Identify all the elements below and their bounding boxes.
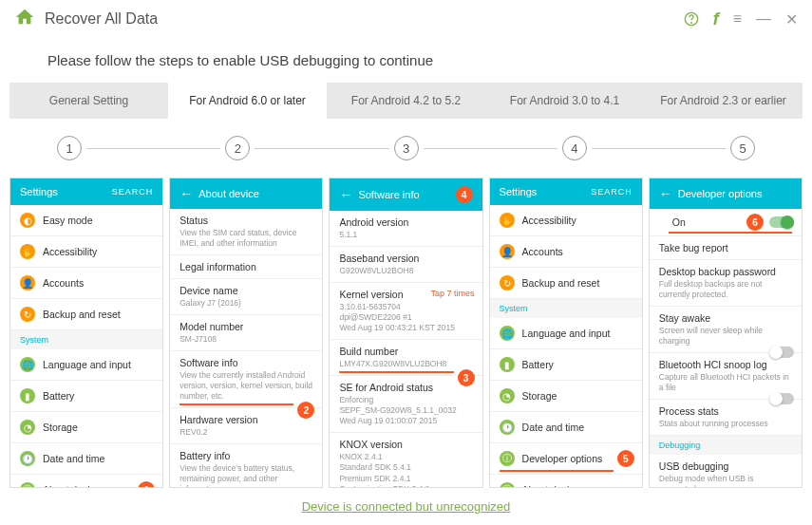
list-item[interactable]: 🕐Date and time bbox=[490, 412, 642, 443]
step-2: 2 bbox=[225, 136, 250, 160]
list-item[interactable]: Take bug report bbox=[650, 236, 802, 260]
step-1: 1 bbox=[57, 136, 82, 160]
list-item[interactable]: 👤Accounts bbox=[490, 236, 642, 268]
list-item[interactable]: Baseband versionG920W8VLU2BOH8 bbox=[330, 247, 482, 283]
list-item-software-info[interactable]: Software infoView the currently installe… bbox=[170, 351, 322, 408]
dev-icon: ⓘ bbox=[500, 451, 515, 466]
list-item-dev-options[interactable]: ⓘDeveloper options5 bbox=[490, 443, 642, 475]
panel-1: Settings SEARCH ◐Easy mode ✋Accessibilit… bbox=[9, 178, 163, 488]
list-item[interactable]: ◐Easy mode bbox=[10, 205, 162, 236]
close-icon[interactable]: ✕ bbox=[785, 10, 798, 28]
list-item[interactable]: Bluetooth HCI snoop logCapture all Bluet… bbox=[650, 353, 802, 400]
section-header: System bbox=[490, 299, 642, 318]
step-4: 4 bbox=[562, 136, 587, 160]
list-item-build-number[interactable]: Build numberLMY47X.G920W8VLU2BOH83 bbox=[330, 340, 482, 376]
back-icon[interactable]: ← bbox=[659, 186, 672, 201]
badge-6: 6 bbox=[746, 214, 764, 231]
menu-icon[interactable]: ≡ bbox=[733, 10, 742, 28]
panel-4: Settings SEARCH ✋Accessibility 👤Accounts… bbox=[489, 178, 643, 488]
list-item[interactable]: SE for Android statusEnforcing SEPF_SM-G… bbox=[330, 376, 482, 433]
toggle-on[interactable] bbox=[769, 216, 794, 228]
list-item[interactable]: ✋Accessibility bbox=[10, 236, 162, 268]
info-icon: ⓘ bbox=[20, 482, 35, 487]
list-item-about[interactable]: ⓘAbout device1 bbox=[10, 475, 162, 487]
list-item[interactable]: ✋Accessibility bbox=[490, 205, 642, 236]
section-header: System bbox=[10, 330, 162, 349]
list-item[interactable]: KNOX versionKNOX 2.4.1 Standard SDK 5.4.… bbox=[330, 433, 482, 487]
easy-mode-icon: ◐ bbox=[20, 213, 35, 228]
panel-1-header: Settings SEARCH bbox=[10, 178, 162, 205]
list-item[interactable]: Device nameGalaxy J7 (2016) bbox=[170, 279, 322, 315]
list-item[interactable]: Model numberSM-J7108 bbox=[170, 315, 322, 351]
list-item[interactable]: ↻Backup and reset bbox=[10, 299, 162, 330]
back-icon[interactable]: ← bbox=[339, 187, 352, 202]
tab-android6[interactable]: For Android 6.0 or later bbox=[168, 83, 327, 119]
dev-options-on[interactable]: On6 bbox=[650, 209, 802, 236]
list-item[interactable]: ⓘAbout device bbox=[490, 475, 642, 487]
minimize-icon[interactable]: — bbox=[756, 10, 771, 28]
tap-hint: Tap 7 times bbox=[431, 289, 475, 298]
list-item[interactable]: Legal information bbox=[170, 255, 322, 279]
list-item[interactable]: Kernel version3.10.61-5635704 dpi@SWDE22… bbox=[330, 283, 482, 340]
list-item[interactable]: 🌐Language and input bbox=[10, 349, 162, 381]
help-icon[interactable] bbox=[684, 11, 699, 27]
panel-3-header: ←Software info4 bbox=[330, 178, 482, 211]
battery-icon: ▮ bbox=[20, 388, 35, 403]
list-item[interactable]: Stay awakeScreen will never sleep while … bbox=[650, 307, 802, 353]
list-item[interactable]: Android version5.1.1 bbox=[330, 211, 482, 247]
accounts-icon: 👤 bbox=[20, 275, 35, 291]
badge-1: 1 bbox=[138, 481, 155, 487]
tab-general[interactable]: General Setting bbox=[9, 83, 168, 119]
battery-icon: ▮ bbox=[500, 357, 515, 372]
language-icon: 🌐 bbox=[500, 326, 515, 341]
panels: Settings SEARCH ◐Easy mode ✋Accessibilit… bbox=[0, 178, 812, 488]
backup-icon: ↻ bbox=[20, 307, 35, 322]
footer: Device is connected but unrecognized bbox=[0, 488, 812, 525]
tab-android23[interactable]: For Android 2.3 or earlier bbox=[644, 83, 803, 119]
badge-4: 4 bbox=[456, 186, 473, 203]
search-label[interactable]: SEARCH bbox=[591, 187, 633, 197]
language-icon: 🌐 bbox=[20, 357, 35, 372]
list-item[interactable]: 👤Accounts bbox=[10, 268, 162, 299]
home-icon[interactable] bbox=[14, 7, 35, 31]
list-item[interactable]: 🌐Language and input bbox=[490, 318, 642, 349]
storage-icon: ◔ bbox=[20, 420, 35, 435]
list-item[interactable]: Battery infoView the device's battery st… bbox=[170, 444, 322, 487]
instruction-text: Please follow the steps to enable USB de… bbox=[0, 38, 812, 73]
svg-point-1 bbox=[690, 23, 691, 24]
info-icon: ⓘ bbox=[500, 482, 515, 487]
facebook-icon[interactable]: f bbox=[713, 9, 719, 29]
panel-5: ←Developer options On6 Take bug report D… bbox=[649, 178, 803, 488]
panel-5-title: Developer options bbox=[678, 188, 763, 199]
list-item[interactable]: ◔Storage bbox=[10, 412, 162, 443]
tab-android42[interactable]: For Android 4.2 to 5.2 bbox=[327, 83, 485, 119]
list-item[interactable]: ◔Storage bbox=[490, 381, 642, 412]
list-item[interactable]: Desktop backup passwordFull desktop back… bbox=[650, 260, 802, 307]
panel-3: ←Software info4 Android version5.1.1 Bas… bbox=[329, 178, 482, 488]
panel-2: ←About device StatusView the SIM card st… bbox=[169, 178, 323, 488]
panel-1-title: Settings bbox=[20, 186, 58, 197]
panel-5-header: ←Developer options bbox=[650, 178, 802, 209]
list-item[interactable]: Process statsStats about running process… bbox=[650, 400, 802, 436]
titlebar: Recover All Data f ≡ — ✕ bbox=[0, 0, 812, 38]
list-item[interactable]: StatusView the SIM card status, device I… bbox=[170, 209, 322, 255]
list-item[interactable]: ▮Battery bbox=[10, 381, 162, 412]
list-item[interactable]: 🕐Date and time bbox=[10, 443, 162, 475]
search-label[interactable]: SEARCH bbox=[112, 187, 154, 197]
datetime-icon: 🕐 bbox=[20, 451, 35, 466]
app-title: Recover All Data bbox=[45, 10, 158, 28]
panel-2-title: About device bbox=[198, 188, 259, 199]
list-item[interactable]: ↻Backup and reset bbox=[490, 268, 642, 299]
list-item[interactable]: Hardware versionREV0.2 bbox=[170, 408, 322, 444]
panel-4-header: Settings SEARCH bbox=[490, 178, 642, 205]
badge-5: 5 bbox=[617, 450, 634, 467]
status-link[interactable]: Device is connected but unrecognized bbox=[302, 499, 511, 514]
step-indicator: 1 2 3 4 5 bbox=[0, 119, 812, 178]
storage-icon: ◔ bbox=[500, 388, 515, 403]
tab-android30[interactable]: For Android 3.0 to 4.1 bbox=[485, 83, 644, 119]
panel-3-title: Software info bbox=[358, 189, 419, 200]
back-icon[interactable]: ← bbox=[179, 186, 193, 201]
accounts-icon: 👤 bbox=[500, 244, 515, 259]
list-item-usb-debugging[interactable]: USB debuggingDebug mode when USB is conn… bbox=[650, 455, 802, 487]
list-item[interactable]: ▮Battery bbox=[490, 349, 642, 381]
